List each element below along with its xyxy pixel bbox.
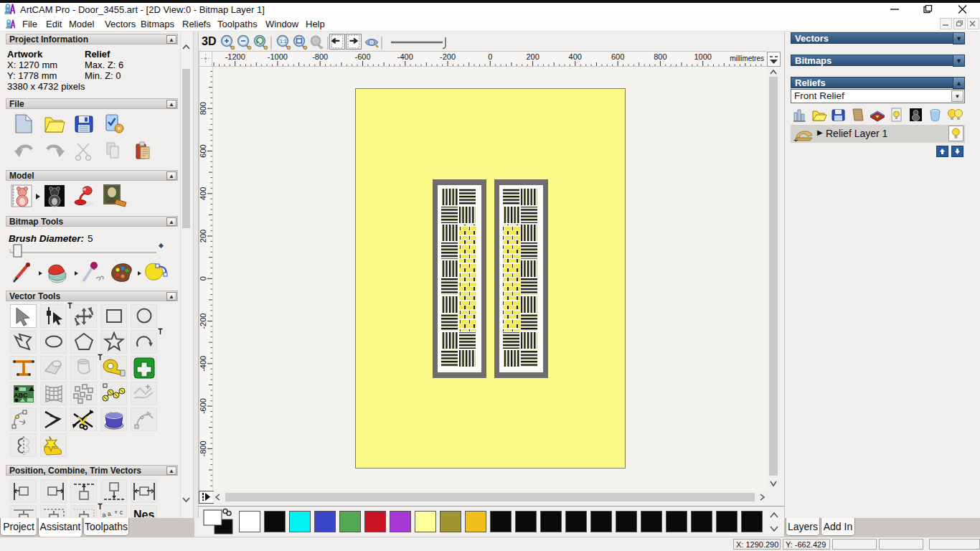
svg-text:+: + [793,136,798,143]
svg-text:0: 0 [199,276,207,281]
svg-text:-800: -800 [199,441,207,456]
svg-text:-400: -400 [397,52,413,61]
svg-text:200: 200 [199,230,207,242]
svg-text:-200: -200 [440,52,456,61]
svg-text:-600: -600 [199,398,207,414]
svg-text:-600: -600 [354,52,370,61]
svg-text:-800: -800 [312,52,328,61]
svg-text:-1000: -1000 [268,52,288,61]
svg-text:800: 800 [199,102,207,115]
svg-text:400: 400 [199,187,207,200]
svg-text:600: 600 [611,52,624,61]
svg-text:400: 400 [569,52,582,61]
svg-text:1:1: 1:1 [280,39,287,44]
svg-text:800: 800 [654,52,666,61]
svg-text:1000: 1000 [694,52,711,61]
svg-text:+ c: + c [114,509,123,516]
svg-text:-400: -400 [199,356,207,372]
svg-text:-200: -200 [199,314,207,329]
svg-text:ABC: ABC [14,392,28,399]
svg-text:600: 600 [199,144,207,157]
svg-text:0: 0 [488,52,492,61]
svg-text:millimetres: millimetres [730,55,764,62]
svg-text:200: 200 [526,52,539,61]
svg-text:Nes: Nes [133,509,154,518]
svg-text:-1200: -1200 [225,52,245,61]
